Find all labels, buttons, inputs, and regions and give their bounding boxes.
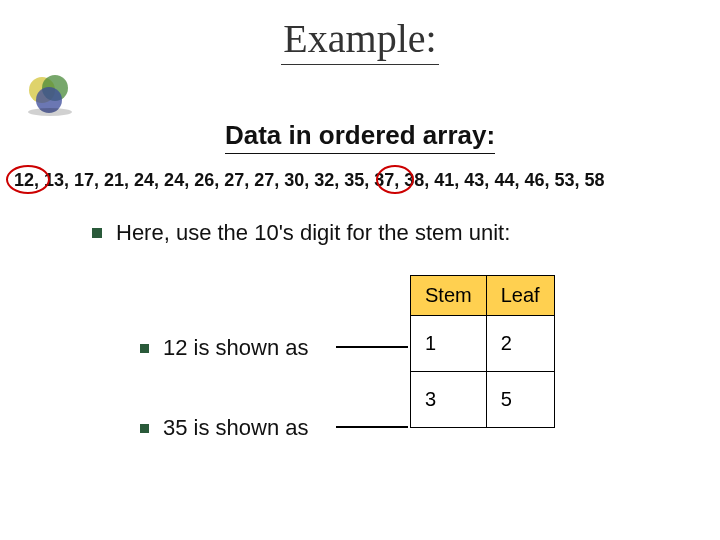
connector-line-2 (336, 420, 416, 440)
bullet-square-icon (140, 424, 149, 433)
highlight-circle-12 (6, 165, 50, 194)
cell-stem-1: 1 (411, 316, 487, 372)
venn-logo-icon (20, 72, 80, 117)
ordered-array-values: 12, 13, 17, 21, 24, 24, 26, 27, 27, 30, … (14, 170, 604, 191)
sub-bullet-2: 35 is shown as (140, 415, 309, 441)
sub-bullet-1: 12 is shown as (140, 335, 309, 361)
cell-leaf-1: 2 (486, 316, 554, 372)
table-row: 1 2 (411, 316, 555, 372)
main-bullet-text: Here, use the 10's digit for the stem un… (116, 220, 510, 246)
cell-stem-2: 3 (411, 372, 487, 428)
sub-bullet-1-text: 12 is shown as (163, 335, 309, 361)
highlight-circle-35 (376, 165, 414, 194)
svg-point-3 (28, 108, 72, 116)
subtitle: Data in ordered array: (225, 120, 495, 154)
main-bullet: Here, use the 10's digit for the stem un… (92, 220, 510, 246)
table-header-leaf: Leaf (486, 276, 554, 316)
table-header-stem: Stem (411, 276, 487, 316)
slide-title: Example: (281, 15, 438, 65)
connector-line-1 (336, 340, 416, 360)
cell-leaf-2: 5 (486, 372, 554, 428)
bullet-square-icon (92, 228, 102, 238)
sub-bullet-2-text: 35 is shown as (163, 415, 309, 441)
stem-leaf-table: Stem Leaf 1 2 3 5 (410, 275, 555, 428)
table-row: 3 5 (411, 372, 555, 428)
bullet-square-icon (140, 344, 149, 353)
